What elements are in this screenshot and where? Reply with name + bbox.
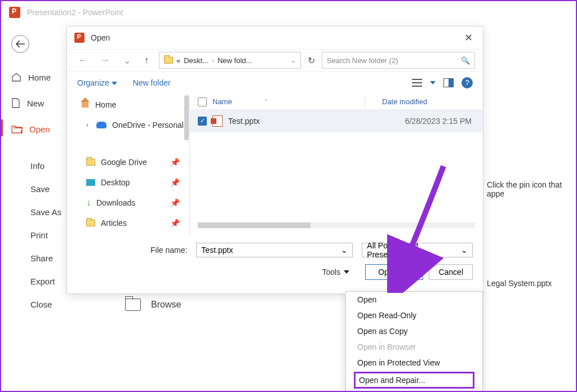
window-title: Presentation2 - PowerPoint xyxy=(27,8,123,17)
preview-pane-toggle[interactable] xyxy=(443,78,454,87)
pin-icon[interactable]: 📌 xyxy=(170,219,180,228)
file-name-label: File name: xyxy=(77,246,187,255)
dialog-titlebar: Open ✕ xyxy=(67,26,483,49)
pin-icon[interactable]: 📌 xyxy=(170,178,180,187)
nav-history-chevron-icon[interactable]: ⌄ xyxy=(120,53,134,68)
chevron-right-icon[interactable]: › xyxy=(86,121,88,129)
search-icon: 🔍 xyxy=(461,56,470,65)
file-name-value: Test.pptx xyxy=(201,246,233,255)
folder-open-icon xyxy=(125,299,141,311)
column-date[interactable]: Date modified xyxy=(382,97,427,106)
select-all-checkbox[interactable] xyxy=(198,97,207,106)
open-split-button[interactable]: Open xyxy=(365,264,423,280)
sidebar-item-label: New xyxy=(27,99,44,108)
view-mode-icon[interactable] xyxy=(412,79,422,87)
desktop-icon xyxy=(86,179,95,186)
folder-icon xyxy=(86,159,95,166)
chevron-down-icon[interactable] xyxy=(430,81,436,84)
organize-menu[interactable]: Organize xyxy=(77,78,117,87)
search-input[interactable]: Search New folder (2) 🔍 xyxy=(322,52,475,69)
filter-value: All PowerPoint Presentations (*.p xyxy=(367,241,461,259)
menu-item-open-protected-view[interactable]: Open in Protected View xyxy=(346,355,482,371)
download-icon: ↓ xyxy=(86,198,91,208)
back-button[interactable] xyxy=(11,35,29,53)
tree-item-downloads[interactable]: ↓Downloads 📌 xyxy=(67,193,189,212)
breadcrumb-segment[interactable]: New fold... xyxy=(218,56,252,65)
breadcrumb-segment[interactable]: Deskt... xyxy=(184,56,208,65)
refresh-icon[interactable]: ↻ xyxy=(308,55,315,66)
sort-indicator-icon: ˄ xyxy=(265,99,268,105)
close-icon[interactable]: ✕ xyxy=(460,32,476,44)
dialog-footer: File name: Test.pptx ⌄ All PowerPoint Pr… xyxy=(67,235,483,280)
nav-up-icon[interactable]: ↑ xyxy=(141,53,152,68)
browse-label: Browse xyxy=(151,300,181,310)
tools-menu[interactable]: Tools xyxy=(322,268,349,277)
file-name: Test.pptx xyxy=(228,117,260,126)
breadcrumb-path[interactable]: « Deskt... › New fold... ⌄ xyxy=(159,52,301,69)
sidebar-item-label: Home xyxy=(28,73,51,82)
chevron-down-icon xyxy=(344,270,349,274)
help-icon[interactable]: ? xyxy=(461,77,473,88)
open-button[interactable]: Open xyxy=(366,265,410,279)
search-placeholder: Search New folder (2) xyxy=(327,56,398,65)
chevron-down-icon[interactable]: ⌄ xyxy=(291,57,296,64)
powerpoint-logo-icon xyxy=(9,7,20,18)
tree-item-gdrive[interactable]: Google Drive 📌 xyxy=(67,153,189,172)
powerpoint-logo-icon xyxy=(74,33,85,43)
new-folder-button[interactable]: New folder xyxy=(133,78,171,87)
open-dropdown-toggle[interactable] xyxy=(410,265,423,279)
dialog-title: Open xyxy=(91,33,110,42)
pin-icon[interactable]: 📌 xyxy=(170,158,180,167)
home-icon xyxy=(81,101,90,109)
tree-scrollbar[interactable] xyxy=(184,95,189,140)
window-titlebar: Presentation2 - PowerPoint xyxy=(1,1,576,24)
cancel-button[interactable]: Cancel xyxy=(429,264,473,280)
dialog-toolbar: Organize New folder ? xyxy=(67,72,483,94)
file-row[interactable]: ✓ Test.pptx 6/28/2023 2:15 PM xyxy=(190,110,483,132)
folder-icon xyxy=(86,220,95,226)
file-type-filter[interactable]: All PowerPoint Presentations (*.p ⌄ xyxy=(362,243,473,257)
chevron-down-icon[interactable]: ⌄ xyxy=(461,246,468,255)
pin-icon[interactable]: 📌 xyxy=(170,198,180,207)
menu-item-open-in-browser: Open in Browser xyxy=(346,339,482,355)
horizontal-scrollbar[interactable] xyxy=(198,222,475,228)
tree-item-onedrive[interactable]: › OneDrive - Personal xyxy=(67,115,189,135)
tree-item-desktop[interactable]: Desktop 📌 xyxy=(67,173,189,192)
menu-item-open-read-only[interactable]: Open Read-Only xyxy=(346,308,482,323)
file-date: 6/28/2023 2:15 PM xyxy=(405,117,483,126)
navigation-bar: ← → ⌄ ↑ « Deskt... › New fold... ⌄ ↻ Sea… xyxy=(67,49,483,72)
pptx-file-icon xyxy=(212,115,223,127)
file-name-input[interactable]: Test.pptx ⌄ xyxy=(196,243,353,257)
column-name[interactable]: Name xyxy=(212,97,232,106)
menu-item-open[interactable]: Open xyxy=(346,292,482,308)
open-file-dialog: Open ✕ ← → ⌄ ↑ « Deskt... › New fold... … xyxy=(66,26,483,294)
onedrive-icon xyxy=(96,122,106,128)
folder-icon xyxy=(164,57,173,64)
column-headers[interactable]: Name˄ Date modified xyxy=(190,94,483,110)
sidebar-item-close[interactable]: Close xyxy=(11,293,97,316)
nav-back-icon[interactable]: ← xyxy=(75,53,91,68)
sidebar-item-label: Open xyxy=(29,124,50,134)
recent-file-name: Legal System.pptx xyxy=(487,279,552,288)
tree-item-home[interactable]: Home xyxy=(67,95,189,114)
chevron-down-icon[interactable]: ⌄ xyxy=(341,246,348,255)
file-list-pane: Name˄ Date modified ✓ Test.pptx 6/28/202… xyxy=(190,94,483,235)
tree-item-articles[interactable]: Articles 📌 xyxy=(67,213,189,233)
browse-button[interactable]: Browse xyxy=(125,299,181,311)
chevron-down-icon xyxy=(112,82,117,85)
pin-hint-text: Click the pin icon that appe xyxy=(487,180,576,198)
row-checkbox[interactable]: ✓ xyxy=(198,117,207,126)
chevron-right-icon: › xyxy=(212,57,214,64)
menu-item-open-as-copy[interactable]: Open as Copy xyxy=(346,323,482,339)
navigation-tree: Home › OneDrive - Personal Google Drive … xyxy=(67,94,190,235)
open-dropdown-menu: Open Open Read-Only Open as Copy Open in… xyxy=(345,291,483,392)
menu-item-open-and-repair[interactable]: Open and Repair... xyxy=(354,372,474,389)
breadcrumb-prefix: « xyxy=(176,56,180,65)
chevron-down-icon xyxy=(414,270,419,274)
nav-forward-icon[interactable]: → xyxy=(97,53,113,68)
